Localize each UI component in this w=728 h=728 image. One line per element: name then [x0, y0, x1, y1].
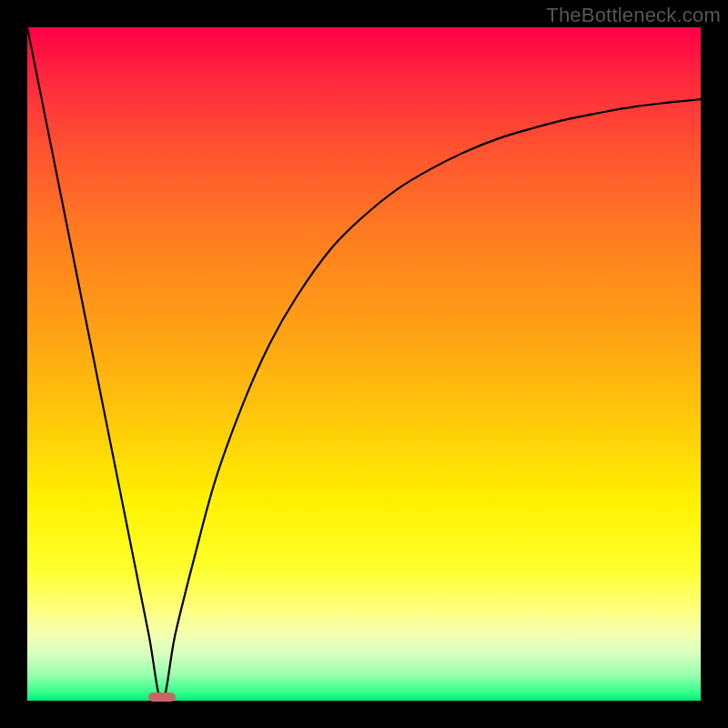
- optimal-marker: [148, 693, 176, 702]
- plot-area: [27, 27, 701, 701]
- chart-frame: TheBottleneck.com: [0, 0, 728, 728]
- curve-svg: [27, 27, 701, 701]
- watermark-text: TheBottleneck.com: [546, 4, 721, 27]
- bottleneck-curve: [27, 27, 701, 701]
